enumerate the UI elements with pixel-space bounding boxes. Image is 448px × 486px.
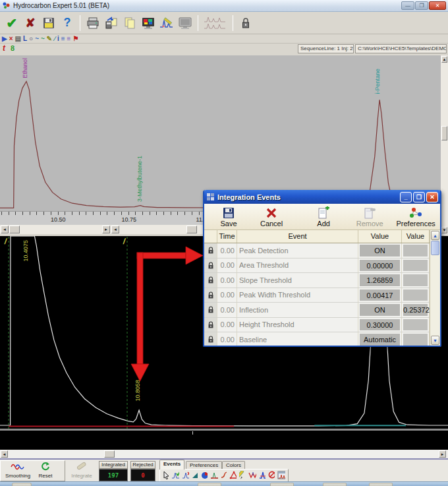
save-button[interactable]	[40, 14, 57, 32]
dialog-maximize-button[interactable]: ❐	[413, 192, 425, 202]
event-row[interactable]: 0.00Height Threshold0.30000	[204, 318, 430, 333]
row-time-cell[interactable]: 0.00	[217, 258, 237, 273]
help-button[interactable]: ?	[59, 14, 76, 32]
peak-marker-icon[interactable]	[259, 471, 266, 479]
forbid-icon[interactable]	[268, 471, 275, 479]
row-value2-cell[interactable]	[402, 318, 430, 332]
dialog-add-button[interactable]: Add	[303, 206, 344, 228]
scroll-up-icon[interactable]: ▲	[441, 56, 447, 63]
event-row[interactable]: 0.00Peak Width Threshold0.00417	[204, 288, 430, 303]
overview-vscrollbar[interactable]: ▲ ▼	[441, 55, 448, 235]
clip-marker-icon[interactable]: 8	[11, 44, 14, 52]
taskbar-button[interactable]	[369, 483, 393, 486]
title-bar[interactable]: Hydrocarbon Expert 5.01 (BETA) — ❐ ✕	[0, 0, 448, 12]
cancel-button[interactable]: ✘	[22, 14, 39, 32]
row-time-cell[interactable]: 0.00	[217, 288, 237, 303]
row-lock-cell[interactable]	[204, 318, 217, 332]
draw-icon[interactable]: ✎	[47, 35, 52, 43]
list-b-icon[interactable]: ≡	[67, 35, 71, 43]
time-column-header[interactable]: Time	[217, 230, 237, 243]
peaks-overlay-button[interactable]	[202, 14, 229, 32]
list-a-icon[interactable]: ≡	[61, 35, 65, 43]
pointer-icon[interactable]	[163, 471, 169, 479]
reset-button[interactable]: Reset	[34, 462, 57, 479]
dialog-close-button[interactable]: ✕	[426, 192, 438, 202]
value1-column-header[interactable]: Value	[358, 230, 402, 243]
scroll-left-icon[interactable]: ◄	[1, 226, 9, 233]
minimize-button[interactable]: —	[401, 1, 414, 10]
taskbar[interactable]	[0, 481, 448, 486]
row-value2-cell[interactable]	[402, 258, 430, 273]
label-icon[interactable]: L	[23, 35, 27, 43]
peak-reject-icon[interactable]	[182, 471, 190, 479]
row-lock-cell[interactable]	[204, 332, 217, 346]
row-event-cell[interactable]: Baseline	[237, 332, 358, 346]
pie-icon[interactable]	[201, 471, 208, 479]
value2-column-header[interactable]: Value	[402, 230, 430, 243]
row-value2-cell[interactable]	[402, 288, 430, 303]
display-button[interactable]	[140, 14, 157, 32]
integration-hscrollbar[interactable]: ◄ ►	[0, 450, 448, 458]
row-lock-cell[interactable]	[204, 288, 217, 303]
event-column-header[interactable]: Event	[237, 230, 358, 243]
dialog-preferences-button[interactable]: Preferences	[391, 206, 440, 228]
confirm-button[interactable]: ✔	[3, 14, 20, 32]
row-value2-cell[interactable]	[402, 273, 430, 288]
pencil-icon[interactable]	[239, 471, 246, 479]
row-value1-cell[interactable]: ON	[358, 243, 402, 258]
scroll-right-icon[interactable]: ►	[102, 226, 110, 233]
row-value1-cell[interactable]: Automatic	[358, 332, 402, 346]
monitor-button[interactable]	[177, 14, 194, 32]
dialog-remove-button[interactable]: Remove	[349, 206, 390, 228]
taskbar-button[interactable]	[12, 483, 32, 486]
scroll-up-icon[interactable]: ▲	[431, 231, 439, 240]
flag-icon[interactable]: ⚑	[72, 35, 78, 43]
delete-icon[interactable]: ×	[9, 35, 13, 43]
integrated-header[interactable]: Integrated	[99, 461, 128, 469]
edit-chromatogram-button[interactable]	[158, 14, 175, 32]
smoothing-button[interactable]: Smoothing	[3, 462, 33, 479]
row-event-cell[interactable]: Slope Threshold	[237, 273, 358, 288]
event-row[interactable]: 0.00InflectionON0.25372	[204, 303, 430, 318]
taskbar-button[interactable]	[198, 483, 221, 486]
tab-events[interactable]: Events	[159, 460, 184, 470]
row-value1-cell[interactable]: ON	[358, 303, 402, 317]
lock-button[interactable]	[237, 14, 254, 32]
close-button[interactable]: ✕	[429, 1, 446, 10]
row-value1-cell[interactable]: 0.00417	[358, 288, 402, 303]
row-value2-cell[interactable]	[402, 332, 430, 346]
row-event-cell[interactable]: Area Threshold	[237, 258, 358, 273]
dialog-save-button[interactable]: Save	[208, 206, 249, 228]
scroll-thumb[interactable]	[186, 226, 197, 233]
row-value2-cell[interactable]: 0.25372	[402, 303, 430, 317]
event-row[interactable]: 0.00Area Threshold0.00000	[204, 258, 430, 274]
integration-events-dialog[interactable]: Integration Events _ ❐ ✕ Save Cancel Add…	[203, 190, 441, 347]
row-lock-cell[interactable]	[204, 258, 217, 273]
trace-b-icon[interactable]: ~	[41, 35, 45, 43]
info-icon[interactable]: i	[57, 35, 59, 43]
row-time-cell[interactable]: 0.00	[217, 332, 237, 346]
triangle-icon[interactable]	[229, 471, 237, 479]
segment-icon[interactable]	[221, 471, 227, 479]
taskbar-button[interactable]	[323, 483, 347, 486]
trace-a-icon[interactable]: ~	[35, 35, 39, 43]
angle-icon[interactable]	[192, 471, 198, 479]
row-event-cell[interactable]: Inflection	[237, 303, 358, 317]
scroll-right-icon[interactable]: ►	[439, 450, 446, 458]
row-event-cell[interactable]: Peak Detection	[237, 243, 358, 258]
peak-baseline-icon[interactable]	[210, 471, 218, 479]
row-lock-cell[interactable]	[204, 303, 217, 317]
row-time-cell[interactable]: 0.00	[217, 243, 237, 258]
t-marker-icon[interactable]: t	[3, 44, 5, 53]
row-value1-cell[interactable]: 0.00000	[358, 258, 402, 273]
row-value1-cell[interactable]: 0.30000	[358, 318, 402, 332]
row-lock-cell[interactable]	[204, 273, 217, 288]
event-row[interactable]: 0.00BaselineAutomatic	[204, 332, 430, 346]
dialog-title-bar[interactable]: Integration Events _ ❐ ✕	[204, 190, 440, 204]
scroll-down-icon[interactable]: ▼	[441, 227, 447, 233]
row-value1-cell[interactable]: 1.26859	[358, 273, 402, 288]
rejected-header[interactable]: Rejected	[130, 461, 155, 469]
nav-arrow-icon[interactable]: ▶	[2, 35, 7, 43]
dialog-minimize-button[interactable]: _	[400, 192, 412, 202]
print-small-icon[interactable]: ▤	[15, 35, 21, 43]
